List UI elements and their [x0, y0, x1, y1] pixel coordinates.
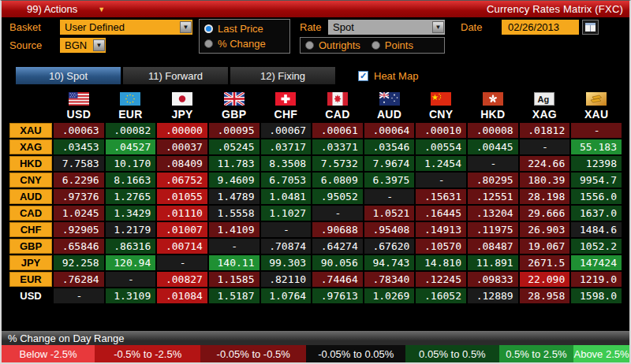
matrix-cell-XAU-HKD[interactable]: .00008 [468, 123, 518, 138]
column-header-USD[interactable]: USD [54, 92, 104, 121]
matrix-cell-JPY-USD[interactable]: 92.258 [54, 255, 104, 270]
matrix-cell-XAG-AUD[interactable]: .03546 [364, 139, 415, 154]
matrix-cell-CHF-CAD[interactable]: .90688 [312, 222, 363, 237]
date-input[interactable]: 02/26/2013 [502, 20, 579, 35]
matrix-cell-USD-EUR[interactable]: 1.3109 [106, 288, 156, 303]
matrix-cell-CHF-EUR[interactable]: 1.2179 [106, 222, 156, 237]
matrix-cell-USD-AUD[interactable]: 1.0269 [364, 288, 415, 303]
matrix-cell-CAD-JPY[interactable]: .01110 [157, 206, 207, 221]
column-header-HKD[interactable]: HKD [468, 92, 518, 121]
matrix-cell-HKD-USD[interactable]: 7.7583 [54, 156, 104, 171]
matrix-cell-CHF-HKD[interactable]: .11975 [468, 222, 518, 237]
matrix-cell-AUD-XAG[interactable]: 28.198 [520, 189, 570, 204]
matrix-cell-EUR-CHF[interactable]: .82110 [261, 272, 312, 287]
matrix-cell-AUD-CHF[interactable]: 1.0481 [261, 189, 312, 204]
matrix-cell-XAU-CHF[interactable]: .00067 [261, 123, 312, 138]
column-header-XAU[interactable]: XAU [571, 92, 622, 121]
radio-outrights[interactable]: Outrights [305, 39, 360, 51]
heat-map-toggle[interactable]: ✓ Heat Map [358, 70, 418, 82]
row-label-AUD[interactable]: AUD [9, 189, 52, 204]
matrix-cell-CNY-JPY[interactable]: .06752 [157, 173, 207, 188]
matrix-cell-JPY-EUR[interactable]: 120.94 [106, 255, 156, 270]
row-label-JPY[interactable]: JPY [9, 255, 52, 270]
matrix-cell-USD-JPY[interactable]: .01084 [157, 288, 207, 303]
matrix-cell-HKD-HKD[interactable]: - [468, 156, 518, 171]
matrix-cell-XAG-CHF[interactable]: .03717 [261, 139, 312, 154]
matrix-cell-EUR-GBP[interactable]: 1.1585 [209, 272, 259, 287]
matrix-cell-JPY-CAD[interactable]: 90.056 [312, 255, 363, 270]
matrix-cell-JPY-CNY[interactable]: 14.810 [416, 255, 466, 270]
row-label-XAG[interactable]: XAG [9, 139, 52, 154]
matrix-cell-CHF-CNY[interactable]: .14913 [416, 222, 466, 237]
matrix-cell-EUR-XAU[interactable]: 1219.0 [571, 272, 622, 287]
matrix-cell-XAU-CNY[interactable]: .00010 [416, 123, 466, 138]
matrix-cell-CNY-XAG[interactable]: 180.39 [520, 173, 570, 188]
calendar-button[interactable] [582, 20, 599, 35]
matrix-cell-JPY-GBP[interactable]: 140.11 [209, 255, 259, 270]
matrix-cell-XAG-XAG[interactable]: - [520, 139, 570, 154]
matrix-cell-XAU-XAG[interactable]: .01812 [520, 123, 570, 138]
matrix-cell-XAU-JPY[interactable]: .00000 [157, 123, 207, 138]
radio-percent-change[interactable]: % Change [204, 38, 285, 50]
matrix-cell-USD-GBP[interactable]: 1.5187 [209, 288, 259, 303]
source-select[interactable]: BGN ▼ [60, 38, 106, 53]
chevron-down-icon[interactable]: ▼ [93, 39, 105, 51]
radio-last-price[interactable]: Last Price [204, 23, 285, 35]
matrix-cell-EUR-EUR[interactable]: - [106, 272, 156, 287]
matrix-cell-CAD-HKD[interactable]: .13204 [468, 206, 518, 221]
matrix-cell-CHF-GBP[interactable]: 1.4109 [209, 222, 259, 237]
actions-menu-button[interactable]: 99) Actions ▼ [27, 3, 105, 15]
column-header-EUR[interactable]: EUR [106, 92, 156, 121]
matrix-cell-CNY-USD[interactable]: 6.2296 [54, 173, 104, 188]
matrix-cell-CHF-XAG[interactable]: 26.903 [520, 222, 570, 237]
matrix-cell-HKD-JPY[interactable]: .08409 [157, 156, 207, 171]
matrix-cell-AUD-GBP[interactable]: 1.4789 [209, 189, 259, 204]
row-label-USD[interactable]: USD [9, 288, 52, 303]
matrix-cell-HKD-CHF[interactable]: 8.3508 [261, 156, 312, 171]
row-label-CAD[interactable]: CAD [9, 206, 52, 221]
matrix-cell-CAD-XAG[interactable]: 29.666 [520, 206, 570, 221]
matrix-cell-EUR-AUD[interactable]: .78340 [364, 272, 415, 287]
row-label-XAU[interactable]: XAU [9, 123, 52, 138]
column-header-CAD[interactable]: CAD [312, 92, 363, 121]
matrix-cell-JPY-XAG[interactable]: 2671.5 [520, 255, 570, 270]
rate-select[interactable]: Spot ▼ [328, 20, 445, 35]
matrix-cell-USD-CNY[interactable]: .16052 [416, 288, 466, 303]
matrix-cell-XAG-GBP[interactable]: .05245 [209, 139, 259, 154]
matrix-cell-AUD-USD[interactable]: .97376 [54, 189, 104, 204]
matrix-cell-AUD-AUD[interactable]: - [364, 189, 415, 204]
matrix-cell-CNY-CNY[interactable]: - [416, 173, 466, 188]
matrix-cell-GBP-GBP[interactable]: - [209, 239, 259, 254]
matrix-cell-AUD-CAD[interactable]: .95052 [312, 189, 363, 204]
matrix-cell-XAG-JPY[interactable]: .00037 [157, 139, 207, 154]
matrix-cell-EUR-XAG[interactable]: 22.090 [520, 272, 570, 287]
matrix-cell-CAD-CHF[interactable]: 1.1027 [261, 206, 312, 221]
matrix-cell-XAG-HKD[interactable]: .00445 [468, 139, 518, 154]
matrix-cell-AUD-CNY[interactable]: .15631 [416, 189, 466, 204]
matrix-cell-XAG-XAU[interactable]: 55.183 [571, 139, 622, 154]
matrix-cell-CHF-JPY[interactable]: .01007 [157, 222, 207, 237]
matrix-cell-JPY-CHF[interactable]: 99.303 [261, 255, 312, 270]
matrix-cell-GBP-CHF[interactable]: .70874 [261, 239, 312, 254]
matrix-cell-CAD-GBP[interactable]: 1.5558 [209, 206, 259, 221]
column-header-CNY[interactable]: CNY [416, 92, 466, 121]
matrix-cell-CHF-USD[interactable]: .92905 [54, 222, 104, 237]
row-label-EUR[interactable]: EUR [9, 272, 52, 287]
matrix-cell-HKD-EUR[interactable]: 10.170 [106, 156, 156, 171]
matrix-cell-CNY-EUR[interactable]: 8.1663 [106, 173, 156, 188]
matrix-cell-CAD-AUD[interactable]: 1.0521 [364, 206, 415, 221]
matrix-cell-XAG-CNY[interactable]: .00554 [416, 139, 466, 154]
matrix-cell-GBP-CNY[interactable]: .10570 [416, 239, 466, 254]
matrix-cell-JPY-JPY[interactable]: - [157, 255, 207, 270]
matrix-cell-GBP-XAG[interactable]: 19.067 [520, 239, 570, 254]
matrix-cell-JPY-AUD[interactable]: 94.743 [364, 255, 415, 270]
matrix-cell-GBP-XAU[interactable]: 1052.2 [571, 239, 622, 254]
matrix-cell-XAU-CAD[interactable]: .00061 [312, 123, 363, 138]
matrix-cell-EUR-HKD[interactable]: .09833 [468, 272, 518, 287]
matrix-cell-CAD-USD[interactable]: 1.0245 [54, 206, 104, 221]
matrix-cell-CNY-XAU[interactable]: 9954.7 [571, 173, 622, 188]
matrix-cell-XAG-EUR[interactable]: .04527 [106, 139, 156, 154]
matrix-cell-XAG-CAD[interactable]: .03371 [312, 139, 363, 154]
matrix-cell-JPY-XAU[interactable]: 147424 [571, 255, 622, 270]
matrix-cell-CAD-CNY[interactable]: .16445 [416, 206, 466, 221]
